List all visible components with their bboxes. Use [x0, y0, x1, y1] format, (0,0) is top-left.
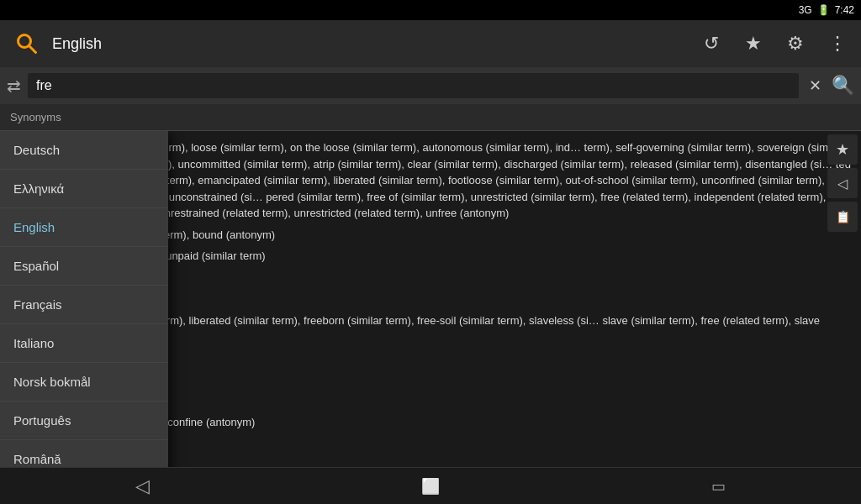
svg-line-1 [29, 45, 35, 52]
copy-button[interactable]: 📋 [827, 202, 858, 232]
bookmark-button[interactable]: ★ [827, 134, 858, 165]
home-button[interactable]: ⬜ [421, 477, 440, 496]
menu-item-deutsch[interactable]: Deutsch [0, 131, 168, 170]
history-icon[interactable]: ↺ [698, 30, 725, 57]
share-button[interactable]: ◁ [827, 168, 858, 198]
search-icon[interactable] [10, 27, 44, 60]
signal-indicator: 3G [799, 4, 812, 16]
favorite-icon[interactable]: ★ [740, 30, 767, 57]
synonyms-label: Synonyms [10, 111, 61, 123]
clear-icon[interactable]: ✕ [806, 73, 825, 98]
menu-item-french[interactable]: Français [0, 286, 168, 324]
toolbar-actions: ↺ ★ ⚙ ⋮ [698, 30, 851, 57]
status-bar: 3G 🔋 7:42 [0, 0, 861, 20]
toolbar: English ↺ ★ ⚙ ⋮ [0, 20, 861, 67]
bottom-nav: ◁ ⬜ ▭ [0, 467, 861, 504]
overflow-menu-icon[interactable]: ⋮ [824, 30, 851, 57]
back-button[interactable]: ◁ [135, 475, 150, 497]
search-row: ⇄ ✕ 🔍 [0, 67, 861, 104]
clock: 7:42 [835, 4, 854, 16]
recents-button[interactable]: ▭ [711, 477, 726, 496]
menu-item-norwegian[interactable]: Norsk bokmål [0, 363, 168, 402]
battery-icon: 🔋 [817, 4, 830, 16]
menu-item-romanian[interactable]: Română [0, 440, 168, 467]
menu-item-italian[interactable]: Italiano [0, 324, 168, 363]
settings-icon[interactable]: ⚙ [782, 30, 809, 57]
right-actions: ★ ◁ 📋 [824, 131, 861, 235]
language-label: English [52, 35, 698, 53]
language-dropdown: Deutsch Ελληνικά English Español Françai… [0, 131, 168, 467]
menu-item-portuguese[interactable]: Português [0, 402, 168, 440]
search-input[interactable] [28, 73, 799, 98]
search-button[interactable]: 🔍 [832, 75, 854, 97]
menu-item-greek[interactable]: Ελληνικά [0, 170, 168, 208]
synonyms-tab[interactable]: Synonyms [0, 104, 861, 131]
menu-item-english[interactable]: English [0, 208, 168, 247]
main-area: 1. at liberty, escaped (similar term), l… [0, 131, 861, 467]
menu-item-spanish[interactable]: Español [0, 247, 168, 286]
translate-icon: ⇄ [7, 76, 21, 96]
